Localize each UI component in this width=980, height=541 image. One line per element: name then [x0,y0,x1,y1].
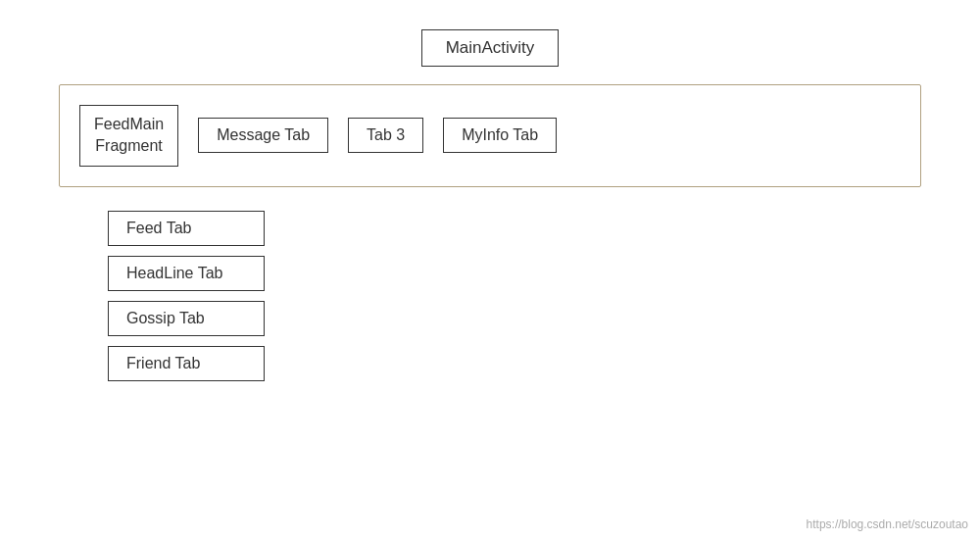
headline-tab-box[interactable]: HeadLine Tab [108,256,265,291]
headline-tab-label: HeadLine Tab [126,265,222,281]
feed-tab-box[interactable]: Feed Tab [108,211,265,246]
message-tab-label: Message Tab [217,126,310,143]
friend-tab-box[interactable]: Friend Tab [108,346,265,381]
gossip-tab-box[interactable]: Gossip Tab [108,301,265,336]
tab3-box[interactable]: Tab 3 [348,118,423,153]
feed-main-fragment-box: FeedMainFragment [79,105,178,167]
feed-tab-label: Feed Tab [126,220,191,236]
friend-tab-label: Friend Tab [126,355,200,371]
main-activity-box: MainActivity [421,29,560,67]
outer-container: FeedMainFragment Message Tab Tab 3 MyInf… [59,84,921,187]
feed-main-fragment-label: FeedMainFragment [94,116,164,154]
message-tab-box[interactable]: Message Tab [198,118,328,153]
myinfo-tab-label: MyInfo Tab [462,126,538,143]
myinfo-tab-box[interactable]: MyInfo Tab [443,118,557,153]
tab3-label: Tab 3 [367,126,405,143]
watermark: https://blog.csdn.net/scuzoutao [807,517,968,531]
sub-tabs-area: Feed Tab HeadLine Tab Gossip Tab Friend … [108,211,980,381]
page-container: MainActivity FeedMainFragment Message Ta… [0,0,980,541]
gossip-tab-label: Gossip Tab [126,310,205,326]
main-activity-wrapper: MainActivity [0,0,980,67]
main-activity-label: MainActivity [446,38,535,57]
